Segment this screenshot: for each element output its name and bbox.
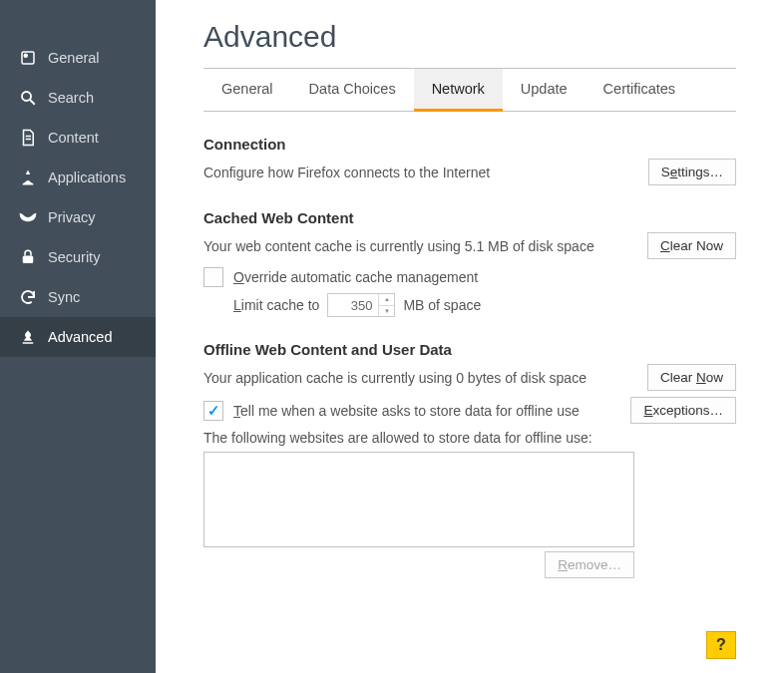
tab-general[interactable]: General — [203, 69, 291, 112]
sidebar-item-label: Applications — [48, 169, 126, 185]
connection-desc: Configure how Firefox connects to the In… — [203, 165, 490, 180]
page-title: Advanced — [203, 20, 736, 54]
connection-section: Connection Configure how Firefox connect… — [203, 136, 736, 185]
sidebar-item-applications[interactable]: Applications — [0, 158, 156, 197]
override-cache-label: Override automatic cache management — [233, 269, 478, 285]
help-button[interactable]: ? — [706, 631, 736, 659]
allowed-sites-listbox[interactable] — [203, 452, 634, 547]
general-icon — [18, 48, 38, 68]
applications-icon — [18, 168, 38, 187]
sidebar-item-label: Advanced — [48, 329, 113, 345]
sidebar-item-sync[interactable]: Sync — [0, 277, 156, 317]
svg-rect-7 — [23, 342, 34, 344]
sidebar-item-advanced[interactable]: Advanced — [0, 317, 156, 357]
advanced-icon — [18, 327, 38, 347]
cache-limit-up[interactable]: ▲ — [379, 294, 394, 306]
cache-section: Cached Web Content Your web content cach… — [203, 209, 736, 317]
svg-rect-0 — [22, 52, 34, 64]
sync-icon — [18, 287, 38, 307]
svg-rect-6 — [23, 256, 34, 264]
sidebar-item-label: General — [48, 50, 100, 66]
clear-cache-button[interactable]: Clear Now — [647, 232, 736, 259]
sidebar-item-label: Security — [48, 249, 100, 265]
tell-me-label: Tell me when a website asks to store dat… — [233, 403, 580, 419]
main-content: Advanced General Data Choices Network Up… — [156, 0, 784, 673]
tab-certificates[interactable]: Certificates — [586, 69, 694, 112]
sidebar-item-privacy[interactable]: Privacy — [0, 197, 156, 237]
cache-title: Cached Web Content — [203, 209, 736, 226]
sidebar-item-label: Search — [48, 90, 94, 106]
sidebar-item-security[interactable]: Security — [0, 237, 156, 277]
sidebar-item-label: Sync — [48, 289, 80, 305]
svg-line-3 — [30, 100, 35, 105]
cache-desc: Your web content cache is currently usin… — [203, 238, 594, 254]
offline-desc: Your application cache is currently usin… — [203, 370, 587, 386]
svg-point-1 — [24, 54, 27, 57]
sidebar-item-general[interactable]: General — [0, 38, 156, 78]
cache-limit-unit: MB of space — [403, 297, 481, 313]
lock-icon — [18, 247, 38, 267]
sidebar-item-label: Content — [48, 130, 99, 146]
content-icon — [18, 128, 38, 148]
tab-update[interactable]: Update — [503, 69, 586, 112]
sidebar-item-content[interactable]: Content — [0, 118, 156, 158]
connection-title: Connection — [203, 136, 736, 153]
cache-limit-input[interactable] — [328, 294, 378, 316]
offline-section: Offline Web Content and User Data Your a… — [203, 341, 736, 578]
exceptions-button[interactable]: Exceptions… — [630, 397, 736, 424]
privacy-icon — [18, 207, 38, 227]
offline-title: Offline Web Content and User Data — [203, 341, 736, 358]
tab-data-choices[interactable]: Data Choices — [291, 69, 414, 112]
sidebar-item-label: Privacy — [48, 209, 96, 225]
search-icon — [18, 88, 38, 108]
sidebar-item-search[interactable]: Search — [0, 78, 156, 118]
tabs: General Data Choices Network Update Cert… — [203, 68, 736, 112]
cache-limit-spinbox: ▲ ▼ — [327, 293, 395, 317]
tab-network[interactable]: Network — [414, 69, 503, 112]
tell-me-checkbox[interactable] — [203, 401, 223, 421]
svg-point-2 — [22, 92, 31, 101]
override-cache-checkbox[interactable] — [203, 267, 223, 287]
remove-button[interactable]: Remove… — [545, 551, 634, 578]
clear-offline-button[interactable]: Clear Now — [647, 364, 736, 391]
settings-button[interactable]: Settings… — [648, 159, 736, 185]
sidebar: General Search Content Applications Priv… — [0, 0, 156, 673]
cache-limit-down[interactable]: ▼ — [379, 306, 394, 317]
limit-cache-label: Limit cache to — [233, 297, 319, 313]
allowed-sites-label: The following websites are allowed to st… — [203, 430, 736, 446]
